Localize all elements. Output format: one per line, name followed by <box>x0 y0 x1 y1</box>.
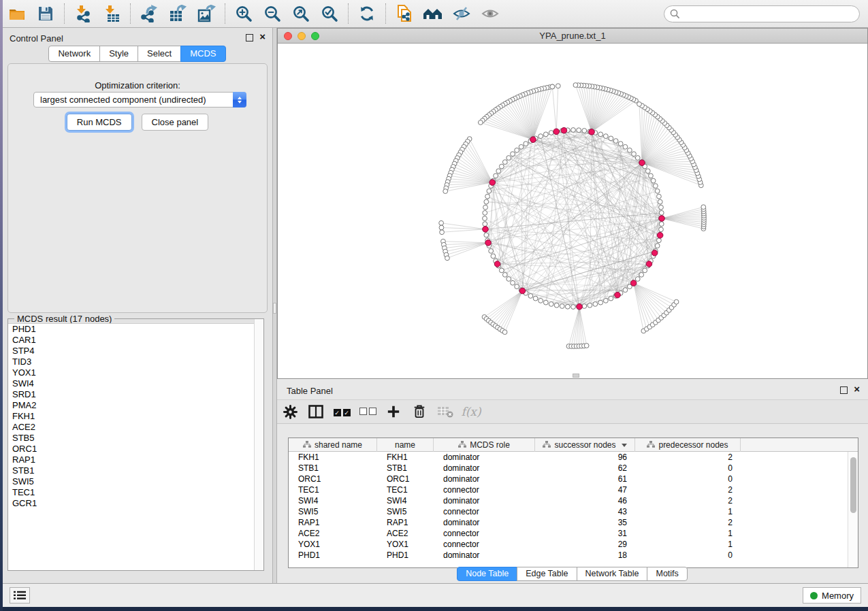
result-list-scrollbar[interactable] <box>254 319 263 570</box>
table-scrollbar-thumb[interactable] <box>850 457 856 513</box>
mcds-result-item[interactable]: ACE2 <box>8 422 263 433</box>
mcds-result-item[interactable]: YOX1 <box>8 367 263 378</box>
show-all-button[interactable] <box>479 3 502 24</box>
save-session-button[interactable] <box>34 3 57 24</box>
table-row[interactable]: ORC1ORC1dominator610 <box>289 474 858 484</box>
table-cell: YOX1 <box>377 539 434 550</box>
mcds-result-item[interactable]: ORC1 <box>8 444 263 455</box>
table-row[interactable]: SWI4SWI4dominator462 <box>289 495 858 506</box>
window-controls <box>284 32 319 40</box>
tab-mcds[interactable]: MCDS <box>180 46 225 62</box>
close-panel-button-mcds[interactable]: Close panel <box>142 114 209 131</box>
mcds-result-item[interactable]: SRD1 <box>8 389 263 400</box>
tab-select[interactable]: Select <box>138 46 181 62</box>
first-neighbors-button[interactable] <box>421 3 445 24</box>
clone-network-button[interactable] <box>393 3 416 24</box>
run-mcds-button[interactable]: Run MCDS <box>67 114 132 131</box>
import-table-button[interactable] <box>100 3 123 24</box>
select-all-rows-button[interactable]: ✓✓ <box>332 401 352 423</box>
column-header-name[interactable]: name <box>377 438 434 452</box>
float-table-panel-button[interactable] <box>840 386 848 394</box>
function-builder-button[interactable]: f(x) <box>461 401 481 423</box>
add-column-button[interactable] <box>383 401 404 423</box>
tab-motifs[interactable]: Motifs <box>647 567 687 581</box>
tab-style[interactable]: Style <box>99 46 138 62</box>
mcds-result-item[interactable]: RAP1 <box>8 455 263 465</box>
tab-network-table[interactable]: Network Table <box>577 567 648 581</box>
search-input[interactable] <box>664 5 860 22</box>
tab-node-table[interactable]: Node Table <box>457 567 517 581</box>
apply-layout-button[interactable] <box>355 3 379 24</box>
mcds-result-item[interactable]: TEC1 <box>8 487 263 498</box>
table-scrollbar[interactable] <box>848 452 858 567</box>
mcds-result-item[interactable]: TID3 <box>8 357 263 367</box>
splitter-grip[interactable] <box>273 303 276 314</box>
maximize-window-button[interactable] <box>311 32 319 40</box>
table-row[interactable]: STB1STB1dominator620 <box>289 463 858 474</box>
mcds-result-item[interactable]: SWI4 <box>8 378 263 389</box>
table-row[interactable]: YOX1YOX1connector291 <box>289 539 858 550</box>
column-header-successor-nodes[interactable]: successor nodes <box>535 438 635 452</box>
mcds-result-item[interactable]: SWI5 <box>8 476 263 487</box>
panel-splitter[interactable] <box>272 28 277 583</box>
table-settings-button[interactable] <box>280 401 300 423</box>
close-window-button[interactable] <box>284 32 292 40</box>
mcds-result-item[interactable]: STB1 <box>8 465 263 476</box>
memory-button[interactable]: Memory <box>803 587 861 604</box>
network-canvas[interactable] <box>278 44 867 378</box>
zoom-fit-button[interactable] <box>289 3 312 24</box>
column-header-shared-name[interactable]: shared name <box>289 438 377 452</box>
table-row[interactable]: ACE2ACE2connector311 <box>289 528 858 539</box>
table-cell: ORC1 <box>377 474 434 484</box>
export-network-button[interactable] <box>138 3 161 24</box>
delete-column-button[interactable] <box>409 401 430 423</box>
hide-selected-button[interactable] <box>450 3 473 24</box>
open-file-button[interactable] <box>5 3 29 24</box>
export-table-button[interactable] <box>166 3 189 24</box>
table-row[interactable]: SWI5SWI5connector431 <box>289 506 858 517</box>
task-history-button[interactable] <box>10 587 30 604</box>
close-table-panel-button[interactable]: × <box>854 383 860 395</box>
table-cell: 46 <box>535 495 635 506</box>
table-row[interactable]: FKH1FKH1dominator962 <box>289 452 858 463</box>
column-label: predecessor nodes <box>658 440 728 450</box>
zoom-out-button[interactable] <box>261 3 284 24</box>
deselect-all-rows-button[interactable] <box>357 401 378 423</box>
refresh-arrows-icon <box>358 5 376 22</box>
network-graph[interactable] <box>278 44 867 378</box>
mcds-result-item[interactable]: PMA2 <box>8 400 263 411</box>
table-cell: 18 <box>535 550 635 561</box>
export-image-button[interactable] <box>195 3 218 24</box>
network-splitter-grip[interactable] <box>573 374 579 378</box>
zoom-selected-button[interactable] <box>318 3 341 24</box>
status-bar: Memory <box>3 583 868 607</box>
table-row[interactable]: TEC1TEC1connector472 <box>289 484 858 495</box>
table-cell: connector <box>434 484 535 495</box>
optimization-criterion-select[interactable]: largest connected component (undirected) <box>33 92 246 108</box>
mcds-result-item[interactable]: STP4 <box>8 346 263 357</box>
table-row[interactable]: RAP1RAP1dominator352 <box>289 517 858 528</box>
import-network-button[interactable] <box>71 3 95 24</box>
open-folder-icon <box>8 5 26 22</box>
column-header-predecessor-nodes[interactable]: predecessor nodes <box>635 438 741 452</box>
mcds-result-item[interactable]: STB5 <box>8 433 263 444</box>
close-panel-button[interactable]: × <box>259 31 266 43</box>
tab-edge-table[interactable]: Edge Table <box>517 567 577 581</box>
mcds-result-item[interactable]: GCR1 <box>8 498 263 509</box>
network-titlebar[interactable]: YPA_prune.txt_1 <box>278 29 867 44</box>
zoom-in-button[interactable] <box>232 3 255 24</box>
tab-network[interactable]: Network <box>48 46 100 62</box>
delete-table-button[interactable] <box>435 401 455 423</box>
show-columns-button[interactable] <box>306 401 326 423</box>
mcds-result-title: MCDS result (17 nodes) <box>14 314 114 324</box>
column-header-mcds-role[interactable]: MCDS role <box>434 438 535 452</box>
mcds-result-item[interactable]: CAR1 <box>8 335 263 346</box>
minimize-window-button[interactable] <box>298 32 306 40</box>
column-label: MCDS role <box>470 440 510 450</box>
table-row[interactable]: PHD1PHD1dominator180 <box>289 550 858 561</box>
float-panel-button[interactable] <box>246 34 253 42</box>
list-icon <box>14 591 26 600</box>
mcds-result-item[interactable]: FKH1 <box>8 411 263 422</box>
table-cell: RAP1 <box>377 517 434 528</box>
mcds-result-item[interactable]: PHD1 <box>8 324 263 335</box>
